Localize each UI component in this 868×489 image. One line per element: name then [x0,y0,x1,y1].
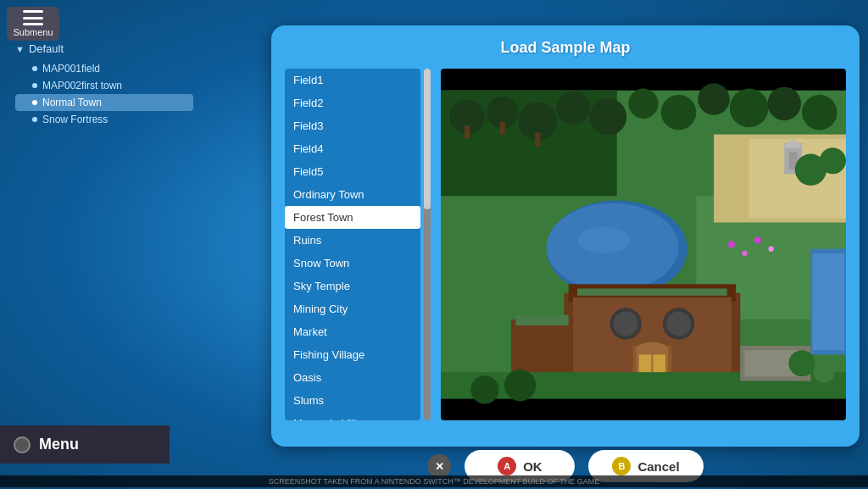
tree-item-label: Normal Town [42,97,102,108]
map-list-item-field3[interactable]: Field3 [285,114,420,137]
map-list-item-market[interactable]: Market [285,320,420,343]
dialog-body: Field1Field2Field3Field4Field5Ordinary T… [285,69,846,420]
svg-rect-14 [465,125,470,139]
svg-point-54 [788,350,815,376]
map-list-item-field4[interactable]: Field4 [285,137,420,160]
svg-rect-16 [535,133,540,147]
map-preview [441,69,846,420]
svg-rect-31 [577,288,727,295]
svg-point-34 [614,311,638,336]
svg-point-53 [504,370,536,401]
svg-point-9 [661,95,697,131]
submenu-icon [23,10,43,25]
svg-point-48 [769,247,774,252]
svg-point-7 [590,98,627,136]
tree-item-snow_fortress[interactable]: Snow Fortress [15,111,193,128]
menu-label: Menu [39,436,79,453]
svg-point-12 [768,86,801,119]
svg-point-47 [754,236,761,243]
tree-item-label: MAP001field [42,63,100,75]
map-list-item-ordinary_town[interactable]: Ordinary Town [285,183,420,206]
menu-circle-icon [14,436,31,453]
tree-dot-icon [32,83,37,88]
tree-section: ▼ Default MAP001fieldMAP002first townNor… [15,42,193,128]
svg-point-45 [728,241,735,247]
ok-label: OK [523,459,542,474]
tree-items-container: MAP001fieldMAP002first townNormal TownSn… [15,60,193,128]
left-panel: ▼ Default MAP001fieldMAP002first townNor… [7,34,202,136]
dialog-title: Load Sample Map [285,39,846,57]
map-list[interactable]: Field1Field2Field3Field4Field5Ordinary T… [285,69,420,420]
svg-point-8 [628,89,658,119]
tree-item-map002[interactable]: MAP002first town [15,77,193,94]
svg-point-13 [802,95,837,131]
map-list-item-field5[interactable]: Field5 [285,160,420,183]
map-list-item-mountain_village[interactable]: Mountain Village [285,412,420,420]
menu-bar: Menu [0,425,170,464]
footer-text: SCREENSHOT TAKEN FROM A NINTENDO SWITCH™… [0,475,868,487]
map-list-item-oasis[interactable]: Oasis [285,366,420,389]
tree-dot-icon [32,66,37,71]
tree-dot-icon [32,100,37,105]
svg-point-55 [814,362,835,383]
svg-point-6 [556,92,589,125]
svg-point-38 [637,342,668,357]
tree-header: ▼ Default [15,42,193,55]
scroll-thumb [424,69,431,209]
map-list-item-field2[interactable]: Field2 [285,92,420,114]
tree-item-map001[interactable]: MAP001field [15,60,193,77]
tree-item-normal_town[interactable]: Normal Town [15,94,193,111]
map-list-item-field1[interactable]: Field1 [285,69,420,92]
svg-rect-39 [639,354,652,374]
svg-point-11 [730,89,769,128]
svg-point-52 [470,375,498,403]
map-list-item-snow_town[interactable]: Snow Town [285,252,420,275]
x-close-button[interactable]: ✕ [427,454,451,478]
svg-point-46 [742,251,747,256]
b-badge: B [612,457,631,475]
a-badge: A [498,457,516,475]
svg-point-10 [698,83,729,114]
cancel-label: Cancel [637,459,679,474]
svg-point-27 [820,147,846,174]
scroll-track[interactable] [424,69,431,420]
map-list-item-sky_temple[interactable]: Sky Temple [285,275,420,297]
svg-rect-15 [500,122,505,135]
tree-item-label: Snow Fortress [42,114,108,125]
tree-dot-icon [32,117,37,122]
map-list-item-ruins[interactable]: Ruins [285,229,420,252]
svg-rect-42 [515,315,568,325]
map-list-item-mining_city[interactable]: Mining City [285,297,420,320]
load-sample-map-dialog: Load Sample Map Field1Field2Field3Field4… [271,25,860,447]
svg-point-19 [577,227,630,253]
svg-rect-44 [813,253,844,350]
svg-rect-40 [653,354,665,374]
tree-header-label: Default [29,42,64,55]
svg-point-35 [666,311,691,336]
map-list-item-forest_town[interactable]: Forest Town [285,206,420,229]
tree-item-label: MAP002first town [42,80,122,92]
tree-collapse-arrow[interactable]: ▼ [15,44,25,54]
map-list-item-fishing_village[interactable]: Fishing Village [285,343,420,366]
map-list-item-slums[interactable]: Slums [285,389,420,412]
